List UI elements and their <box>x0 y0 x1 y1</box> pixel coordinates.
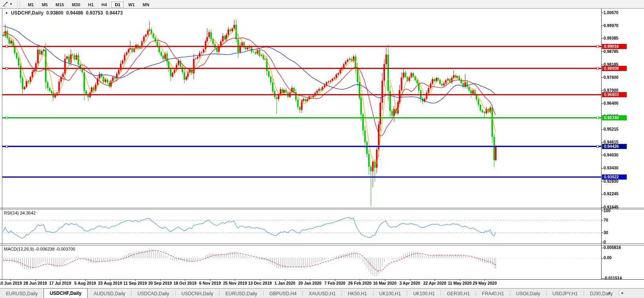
ohlc-high: 0.94486 <box>66 10 83 16</box>
hline-price-label: 0.93022 <box>602 174 627 180</box>
top-toolbar: ▼ M1M5M15M30H1H4D1W1MN <box>0 0 644 9</box>
ohlc-low: 0.93753 <box>86 10 103 16</box>
ohlc-close: 0.94473 <box>106 10 123 16</box>
hline-price-label: 0.98008 <box>602 66 627 71</box>
hline-price-label: 0.94426 <box>602 144 627 149</box>
chart-symbol-label: USDCHF,Daily <box>11 10 44 16</box>
tf-button-d1[interactable]: D1 <box>111 2 124 8</box>
tab-scroll-buttons: ◄ ► <box>607 291 629 295</box>
tf-button-mn[interactable]: MN <box>139 2 153 8</box>
y-axis-tick-label: 0.96400 <box>604 101 618 105</box>
x-axis-date-label: 17 Jul 2019 <box>49 281 71 285</box>
y-axis-tick-label: 0.95215 <box>604 127 618 131</box>
tab-usoil-daily[interactable]: USOil,Daily <box>510 289 546 298</box>
y-axis-tick-label: 0.99970 <box>604 23 618 28</box>
x-axis-date-label: 20 Jan 2020 <box>298 281 322 285</box>
tab-usdjpy-h1[interactable]: USDJPY,H1 <box>547 289 584 298</box>
tf-button-h1[interactable]: H1 <box>84 2 97 8</box>
x-axis-date-label: 16 Mar 2020 <box>373 281 397 285</box>
tf-button-w1[interactable]: W1 <box>124 2 138 8</box>
x-axis-date-label: 23 Aug 2019 <box>98 281 122 285</box>
rsi-axis-label: 0 <box>604 240 606 244</box>
x-axis-date-label: 11 May 2020 <box>448 281 472 285</box>
draw-tool-icon[interactable] <box>2 1 9 7</box>
tf-button-m15[interactable]: M15 <box>52 2 67 8</box>
tab-ger30-h1[interactable]: GER30,H1 <box>441 289 476 298</box>
dropdown-caret-icon[interactable]: ▼ <box>9 2 13 6</box>
tab-usdchf-daily[interactable]: USDCHF,Daily <box>44 288 88 298</box>
hline-price-label: 0.99016 <box>602 44 627 49</box>
x-axis-date-label: 30 Sep 2019 <box>148 281 172 285</box>
x-axis-date-label: 3 Apr 2020 <box>399 281 420 285</box>
tab-uk100-h1[interactable]: UK100,H1 <box>373 289 407 298</box>
tab-scroll-right-icon[interactable]: ► <box>621 291 629 295</box>
tab-eurusd-daily[interactable]: EURUSD,Daily <box>0 289 44 298</box>
tab-uk100-h1[interactable]: UK100,H1 <box>407 289 441 298</box>
tf-button-m1[interactable]: M1 <box>24 2 37 8</box>
rsi-axis-label: 30 <box>604 230 608 235</box>
tab-fra40-h1[interactable]: FRA40,H1 <box>476 289 510 298</box>
macd-indicator-label: MACD(12,26,9) -0.006238 -0.003700 <box>4 247 75 251</box>
x-axis-date-label: 10 Jun 2019 <box>0 281 22 285</box>
symbol-dropdown-icon[interactable]: ▼ <box>5 11 8 15</box>
x-axis-date-label: 6 Nov 2019 <box>199 281 221 285</box>
rsi-axis-label: 70 <box>604 218 608 222</box>
tab-hk50-h1[interactable]: HK50,H1 <box>342 289 373 298</box>
x-axis-date-label: 7 Feb 2020 <box>324 281 346 285</box>
tab-gbpusd-h4[interactable]: GBPUSD,H4 <box>263 289 302 298</box>
rsi-axis-label: 100 <box>604 208 611 213</box>
hline-price-label: 0.96803 <box>602 92 627 97</box>
y-axis-tick-label: 0.99385 <box>604 36 618 40</box>
tab-xauusd-h1[interactable]: XAUUSD,H1 <box>303 289 342 298</box>
y-axis-tick-label: 0.92245 <box>604 191 618 196</box>
tab-scroll-left-icon[interactable]: ◄ <box>607 291 615 295</box>
tab-usdcnh-daily[interactable]: USDCNH,Daily <box>176 289 219 298</box>
macd-axis-label: -0.011514 <box>604 276 622 280</box>
tab-audusd-daily[interactable]: AUDUSD,Daily <box>88 289 131 298</box>
y-axis-tick-label: 0.98785 <box>604 49 618 54</box>
tab-eurusd-daily[interactable]: EURUSD,Daily <box>220 289 263 298</box>
timeframe-buttons: M1M5M15M30H1H4D1W1MN <box>24 1 153 8</box>
x-axis-date-label: 25 Nov 2019 <box>223 281 247 285</box>
x-axis-date-label: 5 Aug 2019 <box>74 281 96 285</box>
rsi-indicator-label: RSI(14) 34.3642 <box>4 211 36 215</box>
macd-axis-label: 0.00 <box>604 255 611 260</box>
chart-canvas[interactable] <box>0 0 644 298</box>
macd-axis-label: 0.005818 <box>604 245 621 250</box>
tf-button-m30[interactable]: M30 <box>68 2 84 8</box>
x-axis-date-label: 11 Sep 2019 <box>123 281 147 285</box>
y-axis-tick-label: 0.97600 <box>604 75 618 80</box>
x-axis-date-label: 18 Oct 2019 <box>174 281 196 285</box>
x-axis-date-label: 13 Dec 2019 <box>248 281 272 285</box>
x-axis-date-label: 1 Jan 2020 <box>274 281 295 285</box>
mt4-terminal-window: { "toolbar": { "tool_icon_name": "draw-t… <box>0 0 644 298</box>
y-axis-tick-label: 0.93430 <box>604 165 618 170</box>
chart-title: ▼ USDCHF,Daily 0.93800 0.94486 0.93753 0… <box>5 10 123 16</box>
chart-tab-bar: EURUSD,DailyUSDCHF,DailyAUDUSD,DailyUSDC… <box>0 288 644 298</box>
tab-usdcad-daily[interactable]: USDCAD,Daily <box>132 289 175 298</box>
y-axis-tick-label: 0.94030 <box>604 153 618 157</box>
y-axis-tick-label: 1.00570 <box>604 10 618 15</box>
x-axis-date-label: 28 Jun 2019 <box>24 281 47 285</box>
tf-button-m5[interactable]: M5 <box>38 2 51 8</box>
x-axis-date-label: 29 May 2020 <box>473 281 497 285</box>
ohlc-open: 0.93800 <box>46 10 63 16</box>
hline-price-label: 0.95740 <box>602 115 627 120</box>
toolbar-grip[interactable] <box>17 1 20 7</box>
x-axis-date-label: 22 Apr 2020 <box>423 281 446 285</box>
tf-button-h4[interactable]: H4 <box>98 2 110 8</box>
x-axis-date-label: 26 Feb 2020 <box>348 281 372 285</box>
